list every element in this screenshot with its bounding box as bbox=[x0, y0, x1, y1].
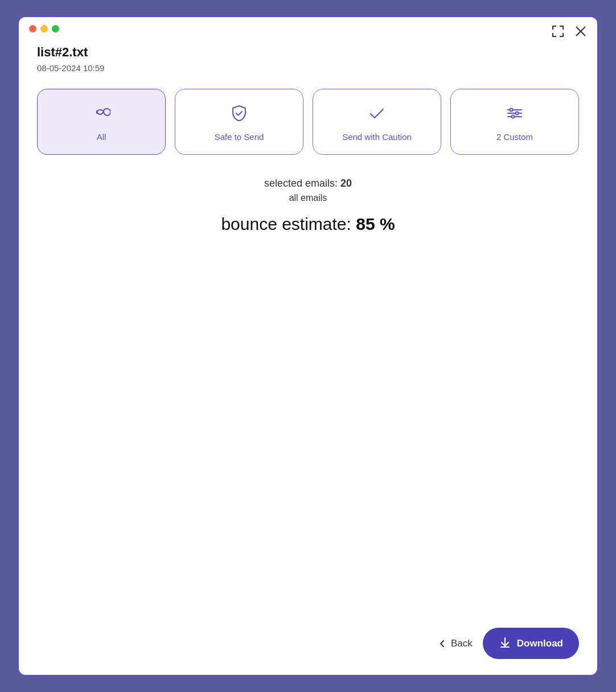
filter-card-custom[interactable]: 2 Custom bbox=[450, 89, 579, 155]
download-icon bbox=[499, 636, 511, 651]
main-content: list#2.txt 08-05-2024 10:59 All bbox=[19, 36, 597, 616]
file-date: 08-05-2024 10:59 bbox=[37, 63, 579, 73]
traffic-light-red[interactable] bbox=[29, 25, 36, 32]
svg-point-6 bbox=[516, 112, 519, 115]
expand-icon[interactable] bbox=[552, 25, 564, 38]
filter-card-all[interactable]: All bbox=[37, 89, 166, 155]
file-title: list#2.txt bbox=[37, 45, 579, 60]
filter-card-caution-label: Send with Caution bbox=[342, 132, 412, 142]
traffic-light-green[interactable] bbox=[52, 25, 59, 32]
window-controls-right bbox=[552, 25, 587, 38]
traffic-lights bbox=[29, 25, 59, 32]
back-button[interactable]: Back bbox=[438, 638, 473, 649]
sliders-icon bbox=[506, 104, 524, 125]
filter-card-all-label: All bbox=[97, 132, 106, 142]
filter-card-caution[interactable]: Send with Caution bbox=[313, 89, 441, 155]
bottom-bar: Back Download bbox=[19, 616, 597, 675]
selected-emails-text: selected emails: 20 bbox=[264, 178, 352, 190]
stats-section: selected emails: 20 all emails bounce es… bbox=[37, 178, 579, 234]
back-label: Back bbox=[451, 638, 473, 649]
filter-card-safe[interactable]: Safe to Send bbox=[175, 89, 303, 155]
bounce-estimate-text: bounce estimate: 85 % bbox=[221, 215, 395, 234]
app-window: list#2.txt 08-05-2024 10:59 All bbox=[18, 16, 598, 676]
check-icon bbox=[368, 104, 386, 125]
download-button[interactable]: Download bbox=[483, 628, 579, 659]
bounce-value: 85 % bbox=[356, 215, 395, 233]
infinity-icon bbox=[92, 104, 110, 125]
bounce-label: bounce estimate: bbox=[221, 215, 351, 233]
shield-check-icon bbox=[230, 104, 248, 125]
filter-cards: All Safe to Send Send bbox=[37, 89, 579, 155]
filter-card-safe-label: Safe to Send bbox=[215, 132, 264, 142]
selected-count: 20 bbox=[340, 178, 352, 189]
title-bar bbox=[19, 17, 597, 36]
traffic-light-yellow[interactable] bbox=[40, 25, 48, 32]
download-label: Download bbox=[517, 638, 563, 649]
close-icon[interactable] bbox=[574, 25, 587, 38]
filter-card-custom-label: 2 Custom bbox=[496, 132, 533, 142]
back-chevron-icon bbox=[438, 640, 446, 648]
selected-label: selected emails: bbox=[264, 178, 338, 189]
svg-point-7 bbox=[512, 116, 515, 118]
all-emails-text: all emails bbox=[289, 193, 327, 203]
svg-point-5 bbox=[510, 109, 513, 112]
